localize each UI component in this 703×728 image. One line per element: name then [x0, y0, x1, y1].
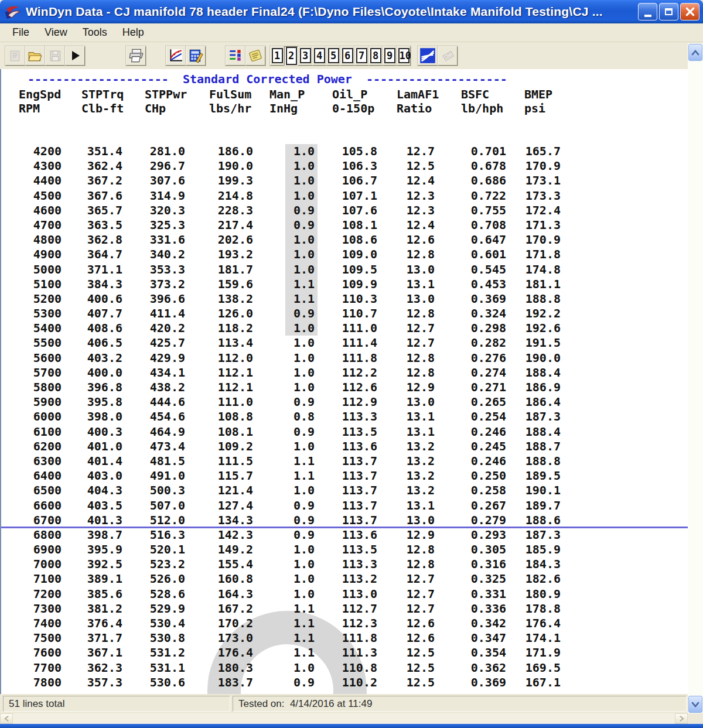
table-cell: 0.258	[461, 483, 524, 498]
table-cell: 0.246	[461, 454, 524, 469]
page-button-10[interactable]: 10	[397, 46, 411, 66]
graph-setup-button[interactable]	[166, 46, 186, 66]
table-cell: 367.2	[81, 173, 145, 188]
manp-highlight-cell: 1.0	[285, 247, 318, 262]
column-name: STPTrq	[81, 87, 145, 101]
run-button[interactable]	[65, 46, 85, 66]
table-cell: 12.4	[397, 173, 461, 188]
column-unit: Clb-ft	[81, 101, 145, 115]
table-cell: 1.0	[269, 144, 332, 159]
table-cell: 0.298	[461, 321, 524, 336]
table-row: 6700401.3512.0134.30.9113.713.00.279188.…	[1, 513, 688, 528]
table-row: 4300362.4296.7190.01.0106.312.50.678170.…	[1, 159, 688, 173]
table-cell: 167.2	[209, 601, 269, 616]
table-cell: 188.4	[524, 425, 581, 439]
open-file-button[interactable]	[25, 46, 45, 66]
menu-bar: FileViewToolsHelp	[0, 23, 703, 42]
table-cell: 296.7	[145, 159, 209, 173]
table-row: 7000392.5523.2155.41.0113.312.80.316184.…	[1, 557, 688, 572]
save-file-button[interactable]	[45, 46, 65, 66]
table-row: 5100384.3373.2159.61.1109.913.10.453181.…	[1, 277, 688, 292]
page-button-1[interactable]: 1	[270, 46, 284, 66]
page-button-7[interactable]: 7	[354, 46, 368, 66]
horizontal-scroll-track[interactable]	[13, 713, 675, 724]
table-cell: 363.5	[81, 218, 145, 233]
minimize-button[interactable]	[638, 3, 657, 20]
scroll-left-button[interactable]	[0, 713, 13, 724]
table-cell: 12.8	[397, 306, 461, 321]
table-cell: 400.6	[81, 292, 145, 306]
table-cell: 12.3	[397, 203, 461, 218]
table-cell: 5600	[19, 351, 81, 365]
table-cell: 0.282	[461, 336, 524, 350]
page-button-4[interactable]: 4	[312, 46, 326, 66]
menu-item-tools[interactable]: Tools	[75, 25, 115, 40]
menu-item-view[interactable]: View	[37, 25, 75, 40]
table-cell: 13.0	[397, 292, 461, 306]
table-cell: 188.6	[524, 513, 581, 528]
tag-button[interactable]	[438, 46, 458, 66]
notes-button[interactable]	[245, 46, 265, 66]
table-row: 7600367.1531.2176.41.1111.312.50.354171.…	[1, 645, 688, 660]
table-cell: 351.4	[81, 144, 145, 159]
table-cell: 108.8	[209, 409, 269, 424]
table-cell: 113.3	[332, 557, 397, 572]
table-cell: 214.8	[209, 189, 269, 203]
table-cell: 12.3	[397, 189, 461, 203]
table-cell: 1.0	[269, 173, 332, 188]
data-rows: 4200351.4281.0186.01.0105.812.70.701165.…	[1, 144, 688, 690]
table-cell: 512.0	[145, 513, 209, 528]
page-button-5[interactable]: 5	[326, 46, 340, 66]
table-cell: 12.5	[397, 645, 461, 660]
table-cell: 199.3	[209, 173, 269, 188]
scroll-up-button[interactable]	[688, 44, 702, 61]
table-cell: 4500	[19, 189, 81, 203]
table-cell: 12.9	[397, 528, 461, 542]
close-button[interactable]	[680, 3, 699, 20]
page-button-2[interactable]: 2	[284, 46, 298, 66]
vertical-scroll-track[interactable]	[688, 61, 703, 695]
table-cell: 491.0	[145, 469, 209, 483]
table-cell: 0.279	[461, 513, 524, 528]
table-cell: 1.1	[269, 277, 332, 292]
table-cell: 184.3	[524, 557, 581, 572]
table-cell: 429.9	[145, 351, 209, 365]
table-cell: 0.9	[269, 306, 332, 321]
menu-item-help[interactable]: Help	[115, 25, 152, 40]
table-cell: 1.0	[269, 380, 332, 395]
new-config-button[interactable]	[5, 46, 25, 66]
table-cell: 113.7	[332, 469, 397, 483]
table-row: 5000371.1353.3181.71.0109.513.00.545174.…	[1, 262, 688, 277]
table-cell: 531.2	[145, 645, 209, 660]
page-button-3[interactable]: 3	[298, 46, 312, 66]
config-list-button[interactable]	[226, 46, 245, 66]
table-cell: 7200	[19, 587, 81, 601]
table-cell: 0.453	[461, 277, 524, 292]
graph-view-button[interactable]	[418, 46, 438, 66]
scroll-right-button[interactable]	[675, 713, 688, 724]
tested-on-label: Tested on:	[238, 698, 284, 710]
menu-item-file[interactable]: File	[5, 25, 37, 40]
vertical-scrollbar[interactable]	[688, 43, 703, 713]
table-cell: 1.0	[269, 542, 332, 557]
edit-data-button[interactable]	[186, 46, 206, 66]
table-cell: 110.3	[332, 292, 397, 306]
table-cell: 193.2	[209, 247, 269, 262]
horizontal-scrollbar[interactable]	[0, 713, 703, 724]
table-cell: 118.2	[209, 321, 269, 336]
table-cell: 4700	[19, 218, 81, 233]
table-cell: 1.0	[269, 262, 332, 277]
table-cell: 12.6	[397, 631, 461, 645]
table-cell: 4900	[19, 247, 81, 262]
page-button-6[interactable]: 6	[340, 46, 354, 66]
table-cell: 1.1	[269, 645, 332, 660]
table-cell: 110.2	[332, 675, 397, 690]
table-cell: 5500	[19, 336, 81, 350]
table-cell: 12.8	[397, 557, 461, 572]
table-cell: 111.8	[332, 351, 397, 365]
print-button[interactable]	[126, 46, 146, 66]
scroll-down-button[interactable]	[688, 696, 702, 713]
page-button-9[interactable]: 9	[383, 46, 397, 66]
maximize-button[interactable]	[659, 3, 678, 20]
page-button-8[interactable]: 8	[368, 46, 383, 66]
